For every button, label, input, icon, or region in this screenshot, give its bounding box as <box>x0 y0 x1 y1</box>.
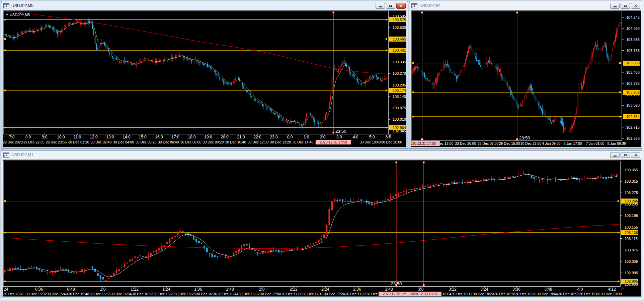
svg-text:103.465: 103.465 <box>393 37 406 41</box>
line-handle[interactable] <box>618 281 619 282</box>
time-label: 5:0 <box>369 135 375 139</box>
date-label: 30 Dec 08:00 <box>180 140 202 144</box>
time-label: 2:12 <box>290 287 298 292</box>
date-label: 30 Dec 16:36 <box>196 292 217 296</box>
time-label: 4:0 <box>577 287 583 292</box>
date-label: 30 Dec 06:40 <box>158 140 179 144</box>
m1-fast-ma-line[interactable] <box>5 174 617 277</box>
line-handle[interactable] <box>4 89 6 91</box>
m5-candles <box>4 18 387 129</box>
svg-text:102.964: 102.964 <box>393 126 406 130</box>
svg-text:103.246: 103.246 <box>625 199 638 203</box>
line-handle[interactable] <box>4 200 6 202</box>
price-label: 103.530 <box>393 25 406 29</box>
line-handle[interactable] <box>516 12 518 13</box>
svg-text:102.965: 102.965 <box>625 279 638 283</box>
m5-chart: 7:08:09:010:011:012:013:014:015:016:017:… <box>3 11 406 144</box>
date-label: 30 Dec 18:12 <box>452 292 473 296</box>
date-label: 30 Dec 15:56 <box>90 292 111 296</box>
line-handle[interactable] <box>412 92 414 93</box>
date-label: 29 Dec 22:35 <box>23 140 45 144</box>
date-label: 29 Dec 15:00 <box>499 141 520 145</box>
date-label: 30 Dec 02:40 <box>91 140 112 144</box>
date-label: 30 Dec 16:44 <box>218 292 239 296</box>
time-label: 1:24 <box>162 287 170 292</box>
line-handle[interactable] <box>421 12 423 13</box>
time-label: 21:0 <box>237 135 245 139</box>
price-label: 102.715 <box>626 125 640 129</box>
price-label: 103.140 <box>393 95 406 99</box>
date-label: 30 Dec 17:00 <box>260 292 281 296</box>
date-label: 30 Dec 18:28 <box>494 292 515 296</box>
line-handle[interactable] <box>412 62 414 64</box>
date-label: 30 Dec 15:48 <box>68 292 89 296</box>
price-label: 103.115 <box>625 237 638 241</box>
line-handle[interactable] <box>386 50 387 51</box>
line-handle[interactable] <box>386 89 387 91</box>
date-label: 7 Jan 01:00 <box>586 141 605 145</box>
mt4-workspace: USDJPY,M5 ✕ ▼USDJPY,M5 USDJPY,H1 ✕ ▼USDJ… <box>0 0 644 301</box>
time-label: 0:48 <box>67 287 75 292</box>
line-handle[interactable] <box>333 132 334 133</box>
time-label: 2:24 <box>321 287 329 292</box>
line-handle[interactable] <box>4 38 6 40</box>
price-label: 103.935 <box>626 38 640 42</box>
line-handle[interactable] <box>618 200 619 202</box>
time-label: 3:48 <box>544 287 552 292</box>
price-label: 104.245 <box>626 15 640 19</box>
m5-fast-ma-line[interactable] <box>4 22 387 125</box>
line-handle[interactable] <box>619 62 621 64</box>
line-handle[interactable] <box>619 92 621 93</box>
date-label: 30 Dec 19:08 <box>601 292 622 296</box>
line-handle[interactable] <box>423 284 425 286</box>
line-handle[interactable] <box>4 232 6 233</box>
line-handle[interactable] <box>423 162 425 163</box>
charts-canvas[interactable]: 7:08:09:010:011:012:013:014:015:016:017:… <box>0 0 644 301</box>
line-handle[interactable] <box>386 38 387 40</box>
m5-symbol-label[interactable]: ▼USDJPY,M5 <box>6 13 30 17</box>
line-handle[interactable] <box>396 162 397 163</box>
m1-slow-ma-line[interactable] <box>3 224 620 248</box>
time-label: 1:36 <box>194 287 202 292</box>
date-label: 30 Dec 05:20 <box>136 140 157 144</box>
date-label: 30 Dec 15:40 <box>47 292 68 296</box>
line-handle[interactable] <box>4 281 6 282</box>
line-handle[interactable] <box>4 19 6 20</box>
line-handle[interactable] <box>4 50 6 51</box>
line-handle[interactable] <box>618 232 619 233</box>
time-label: 11:0 <box>74 135 81 139</box>
h1-plot-frame <box>412 11 622 141</box>
line-handle[interactable] <box>386 19 387 20</box>
m1-plot-frame <box>3 161 620 287</box>
m1-candles <box>4 171 618 281</box>
line-handle[interactable] <box>619 116 621 117</box>
date-label: 30 Dec 16:28 <box>175 292 196 296</box>
time-label: 1:12 <box>131 287 139 292</box>
line-handle[interactable] <box>412 116 414 117</box>
price-label: 103.020 <box>626 103 640 107</box>
price-label: 103.035 <box>625 259 638 263</box>
line-handle[interactable] <box>333 12 334 13</box>
time-label: 8:0 <box>25 135 31 139</box>
h1-chart: 22 Dec 12:0023 Dec 20:0028 Dec 07:0029 D… <box>404 11 640 146</box>
line-handle[interactable] <box>516 138 518 140</box>
date-label: 30 Dec 10:40 <box>225 140 246 144</box>
date-label: 30 Dec 15:32 <box>26 292 47 296</box>
line-handle[interactable] <box>421 138 423 140</box>
date-label: 30 Dec 09:20 <box>203 140 224 144</box>
line-handle[interactable] <box>386 127 387 128</box>
date-label: 30 Dec 01:20 <box>68 140 89 144</box>
price-label: 103.315 <box>625 179 638 183</box>
svg-text:102.864: 102.864 <box>626 115 640 119</box>
m5-plot-frame <box>3 11 388 134</box>
date-label: 30 Dec 17:24 <box>324 292 345 296</box>
m1-chart: 240:360:481:01:121:241:361:482:02:122:24… <box>3 161 638 296</box>
time-label: 22:0 <box>253 135 261 139</box>
line-handle[interactable] <box>4 127 6 128</box>
m1-cursor-time-tag: 23:50 <box>391 281 402 286</box>
price-label: 103.155 <box>625 225 638 229</box>
time-label: 0:36 <box>35 287 43 292</box>
price-label: 103.480 <box>626 70 640 74</box>
price-label: 102.560 <box>626 136 640 140</box>
svg-text:2020.12.30 18:01: 2020.12.30 18:01 <box>410 292 437 296</box>
